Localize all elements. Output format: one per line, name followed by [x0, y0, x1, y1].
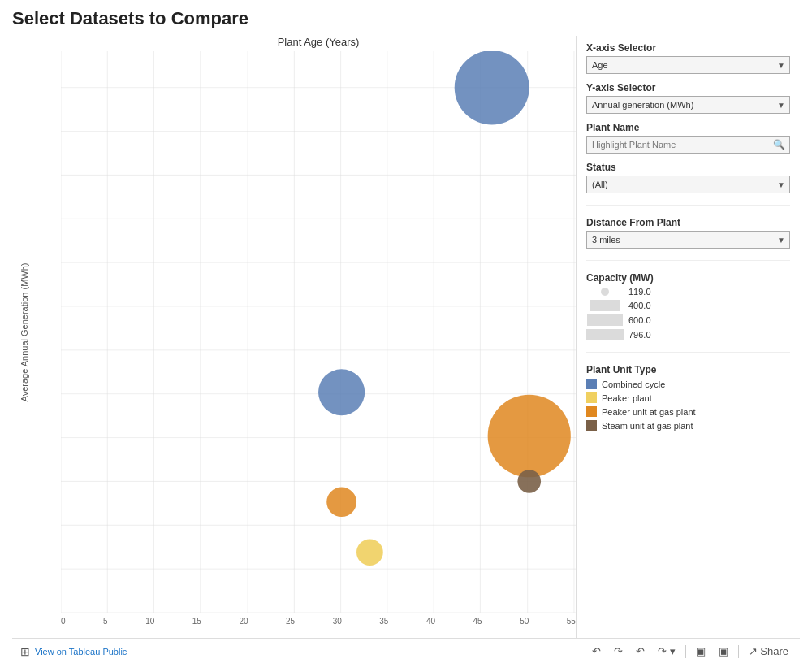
scatter-point[interactable] — [326, 488, 356, 518]
x-tick: 20 — [239, 617, 248, 626]
unit-type-row-2: Peaker plant — [586, 392, 790, 403]
chart-title: Plant Age (Years) — [61, 36, 576, 48]
unit-type-row-4: Steam unit at gas plant — [586, 420, 790, 431]
separator — [685, 645, 686, 658]
peaker-plant-color — [586, 392, 597, 403]
steam-gas-label: Steam unit at gas plant — [602, 421, 693, 431]
share-icon: ↗ — [749, 645, 758, 657]
capacity-value-4: 796.0 — [628, 330, 651, 340]
combined-cycle-label: Combined cycle — [602, 379, 665, 389]
unit-type-row-1: Combined cycle — [586, 379, 790, 389]
peaker-gas-label: Peaker unit at gas plant — [602, 407, 696, 417]
capacity-value-1: 119.0 — [628, 287, 651, 297]
undo-button[interactable]: ↶ — [589, 644, 604, 659]
x-tick: 40 — [426, 617, 435, 626]
unit-type-legend: Plant Unit Type Combined cycle Peaker pl… — [586, 364, 790, 431]
tableau-grid-icon: ⊞ — [20, 645, 30, 658]
distance-label: Distance From Plant — [586, 217, 790, 228]
scatter-point[interactable] — [488, 395, 571, 478]
distance-select[interactable]: 1 mile 2 miles 3 miles 5 miles 10 miles — [586, 231, 790, 249]
scatter-point[interactable] — [455, 51, 529, 124]
back-button[interactable]: ↶ — [633, 644, 648, 659]
capacity-legend-label: Capacity (MW) — [586, 272, 790, 284]
capacity-value-2: 400.0 — [628, 301, 651, 310]
x-axis-select[interactable]: Age Capacity (MW) Year Built — [586, 56, 790, 74]
combined-cycle-color — [586, 379, 597, 389]
peaker-gas-color — [586, 406, 597, 417]
scatter-point[interactable] — [356, 540, 383, 566]
plant-name-input[interactable] — [586, 136, 790, 154]
redo-button[interactable]: ↷ — [611, 644, 626, 659]
capacity-value-3: 600.0 — [628, 315, 651, 325]
scatter-point[interactable] — [517, 470, 541, 492]
capacity-legend: Capacity (MW) 119.0 400.0 — [586, 272, 790, 340]
x-axis-control: X-axis Selector Age Capacity (MW) Year B… — [586, 42, 790, 74]
x-tick: 35 — [379, 617, 388, 626]
download-button[interactable]: ▣ — [715, 644, 732, 659]
search-icon: 🔍 — [773, 139, 785, 150]
plant-name-label: Plant Name — [586, 122, 790, 133]
x-tick: 10 — [145, 617, 154, 626]
x-tick: 0 — [61, 617, 66, 626]
steam-gas-color — [586, 420, 597, 431]
x-tick: 5 — [103, 617, 108, 626]
unit-type-row-3: Peaker unit at gas plant — [586, 406, 790, 417]
share-button[interactable]: ↗ Share — [745, 644, 792, 659]
x-tick: 45 — [473, 617, 482, 626]
capacity-row-2: 400.0 — [586, 300, 790, 311]
distance-control: Distance From Plant 1 mile 2 miles 3 mil… — [586, 217, 790, 249]
forward-button-with-arrow[interactable]: ↷ ▾ — [654, 644, 679, 659]
x-tick: 50 — [520, 617, 529, 626]
x-axis-label: X-axis Selector — [586, 42, 790, 54]
status-control: Status (All) Active Inactive ▼ — [586, 162, 790, 193]
y-axis-control: Y-axis Selector Annual generation (MWh) … — [586, 82, 790, 114]
x-tick: 55 — [567, 617, 576, 626]
status-select[interactable]: (All) Active Inactive — [586, 176, 790, 193]
capacity-row-1: 119.0 — [586, 287, 790, 297]
x-tick: 25 — [286, 617, 295, 626]
scatter-chart: 0K 50K 100K 150K 200K 250K 300K 350K 400… — [61, 51, 576, 613]
page-title: Select Datasets to Compare — [12, 8, 800, 29]
plant-name-control: Plant Name 🔍 — [586, 122, 790, 154]
peaker-plant-label: Peaker plant — [602, 393, 652, 403]
bottom-bar: ⊞ View on Tableau Public ↶ ↷ ↶ ↷ ▾ ▣ ▣ ↗… — [12, 638, 800, 664]
x-tick: 15 — [192, 617, 201, 626]
capacity-row-3: 600.0 — [586, 314, 790, 326]
y-axis-select[interactable]: Annual generation (MWh) Capacity (MW) Ag… — [586, 96, 790, 114]
x-tick: 30 — [333, 617, 342, 626]
tableau-link[interactable]: View on Tableau Public — [35, 647, 127, 657]
status-label: Status — [586, 162, 790, 173]
y-axis-label: Y-axis Selector — [586, 82, 790, 93]
separator-2 — [738, 645, 739, 658]
unit-type-label: Plant Unit Type — [586, 364, 790, 375]
y-axis-label: Average Annual Generation (MWh) — [19, 251, 29, 414]
monitor-button[interactable]: ▣ — [693, 644, 709, 659]
capacity-row-4: 796.0 — [586, 329, 790, 340]
scatter-point[interactable] — [318, 369, 365, 415]
